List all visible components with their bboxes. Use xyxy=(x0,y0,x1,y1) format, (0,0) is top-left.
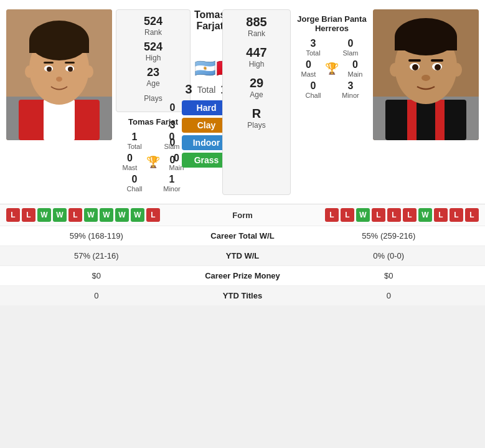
svg-rect-29 xyxy=(431,59,443,62)
hard-row: 0 Hard 0 xyxy=(194,100,219,115)
stat-center-3: YTD Titles xyxy=(187,291,299,300)
left-minor-value: 1 xyxy=(169,174,175,185)
right-total-label: Total xyxy=(306,49,320,57)
form-badge-w: W xyxy=(100,208,113,222)
hard-left: 0 xyxy=(170,102,176,113)
right-total-value: 3 xyxy=(311,38,316,49)
svg-rect-3 xyxy=(44,100,75,140)
left-high-value: 524 xyxy=(144,41,162,54)
right-high-value: 447 xyxy=(246,45,266,60)
left-age-label: Age xyxy=(146,79,159,88)
stats-rows: 59% (168-119)Career Total W/L55% (259-21… xyxy=(0,226,485,305)
right-minor-value: 3 xyxy=(348,80,354,92)
form-badge-l: L xyxy=(6,208,20,222)
right-stat-box: 885 Rank 447 High 29 Age R Plays xyxy=(222,9,291,195)
left-flag: 🇦🇷 xyxy=(194,59,216,78)
left-minor-label: Minor xyxy=(163,185,181,193)
svg-rect-18 xyxy=(385,100,466,140)
form-label: Form xyxy=(205,211,280,220)
form-badge-l: L xyxy=(325,208,339,222)
svg-rect-6 xyxy=(29,41,89,53)
form-badge-w: W xyxy=(418,208,432,222)
svg-point-30 xyxy=(421,75,430,81)
top-section: 524 Rank 524 High 23 Age xyxy=(0,0,485,201)
right-main-label: Main xyxy=(348,70,363,78)
form-badge-l: L xyxy=(403,208,417,222)
stat-right-3: 0 xyxy=(299,291,479,300)
center-stats: Tomas Farjat Jorge Brian Panta Herreros … xyxy=(194,9,219,195)
left-trophy-icon: 🏆 xyxy=(146,155,160,169)
left-mast-value: 0 xyxy=(127,153,133,164)
right-slam-value: 0 xyxy=(348,38,354,49)
svg-point-14 xyxy=(25,65,34,78)
left-player-photo xyxy=(6,9,112,140)
grass-left: 0 xyxy=(170,155,176,166)
right-slam-label: Slam xyxy=(342,49,358,57)
form-badge-l: L xyxy=(146,208,160,222)
right-rank-label: Rank xyxy=(248,29,265,38)
stat-left-3: 0 xyxy=(6,291,187,300)
stat-center-1: YTD W/L xyxy=(187,251,299,260)
left-player-name-center: Tomas Farjat xyxy=(194,9,225,32)
stat-row-3: 0YTD Titles0 xyxy=(0,286,485,305)
bottom-section: LLWWLWWWWL Form LLWLLLWLLL 59% (168-119)… xyxy=(0,204,485,305)
svg-point-15 xyxy=(85,65,93,78)
right-plays-value: R xyxy=(252,107,261,121)
left-player-info: 524 Rank 524 High 23 Age xyxy=(116,9,191,195)
form-badge-l: L xyxy=(341,208,354,222)
clay-row: 3 Clay 1 xyxy=(194,118,219,133)
left-chall-label: Chall xyxy=(126,185,142,193)
right-mast-label: Mast xyxy=(301,70,316,78)
left-mast-label: Mast xyxy=(123,164,138,171)
left-age-value: 23 xyxy=(147,66,159,79)
right-main-value: 0 xyxy=(352,59,358,70)
surface-rows: 0 Hard 0 3 Clay 1 0 Indoor 0 0 Grass xyxy=(194,100,219,168)
right-player-name: Jorge Brian Panta Herreros xyxy=(294,14,369,33)
form-badge-w: W xyxy=(115,208,129,222)
left-form-badges: LLWWLWWWWL xyxy=(6,208,205,222)
right-trophy-icon: 🏆 xyxy=(325,62,339,75)
right-player-photo xyxy=(373,9,479,140)
stat-center-0: Career Total W/L xyxy=(187,231,299,241)
grass-row: 0 Grass 0 xyxy=(194,153,219,168)
form-row: LLWWLWWWWL Form LLWLLLWLLL xyxy=(0,204,485,226)
left-plays-label: Plays xyxy=(144,94,162,103)
form-badge-l: L xyxy=(22,208,35,222)
indoor-left: 0 xyxy=(170,137,176,148)
svg-point-26 xyxy=(412,64,418,70)
form-badge-l: L xyxy=(450,208,463,222)
right-mast-value: 0 xyxy=(306,59,311,70)
svg-rect-28 xyxy=(408,59,421,62)
left-total-label: Total xyxy=(127,143,141,150)
form-badge-l: L xyxy=(68,208,82,222)
stat-left-2: $0 xyxy=(6,271,187,280)
right-player-info: Jorge Brian Panta Herreros 3 Total 0 Sla… xyxy=(294,9,369,195)
right-rank-value: 885 xyxy=(246,15,266,29)
total-left-score: 3 xyxy=(186,82,192,97)
stat-left-1: 57% (21-16) xyxy=(6,251,187,260)
total-label: Total xyxy=(197,85,216,95)
right-chall-value: 0 xyxy=(311,80,316,92)
svg-point-10 xyxy=(68,67,73,72)
stat-right-0: 55% (259-216) xyxy=(299,231,479,241)
svg-point-9 xyxy=(47,67,52,72)
svg-rect-23 xyxy=(395,37,457,50)
right-form-badges: LLWLLLWLLL xyxy=(280,208,479,222)
svg-rect-20 xyxy=(435,100,445,140)
right-minor-label: Minor xyxy=(342,92,359,99)
left-high-label: High xyxy=(146,54,161,62)
form-badge-w: W xyxy=(84,208,98,222)
stat-row-0: 59% (168-119)Career Total W/L55% (259-21… xyxy=(0,226,485,246)
stat-row-2: $0Career Prize Money$0 xyxy=(0,266,485,286)
left-total-value: 1 xyxy=(132,131,138,143)
main-container: 524 Rank 524 High 23 Age xyxy=(0,0,485,305)
left-rank-label: Rank xyxy=(144,28,162,37)
left-chall-value: 0 xyxy=(132,174,138,185)
left-rank-value: 524 xyxy=(144,15,162,28)
right-high-label: High xyxy=(249,60,265,69)
form-badge-w: W xyxy=(131,208,144,222)
stat-left-0: 59% (168-119) xyxy=(6,231,187,241)
svg-rect-19 xyxy=(407,100,417,140)
svg-rect-11 xyxy=(44,62,54,64)
right-age-label: Age xyxy=(250,90,263,99)
